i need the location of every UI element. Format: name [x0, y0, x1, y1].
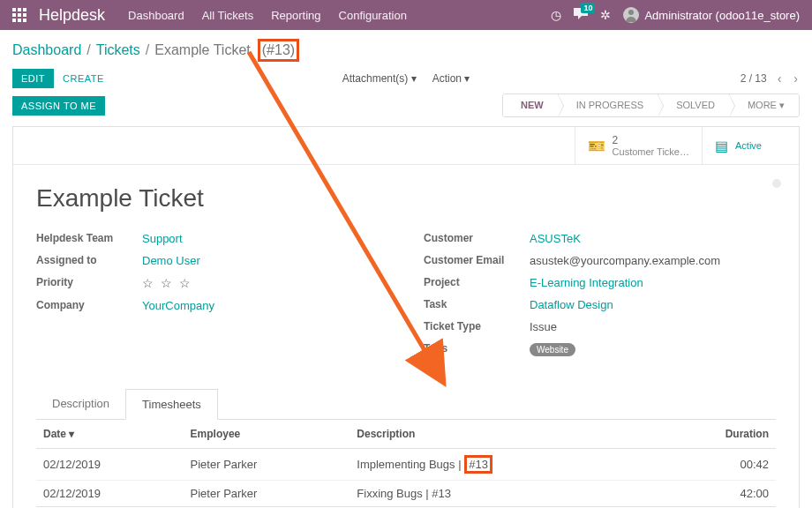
clock-icon[interactable]: ◷: [551, 8, 561, 22]
statusbar: NEW IN PROGRESS SOLVED MORE ▾: [502, 93, 800, 117]
page-title: Example Ticket: [36, 184, 776, 213]
customer-tickets-label: Customer Ticke…: [613, 146, 689, 157]
create-button[interactable]: CREATE: [54, 69, 113, 88]
cell-description: Implementing Bugs | #13: [350, 449, 657, 481]
bc-current: Example Ticket: [154, 42, 250, 58]
brand: Helpdesk: [39, 6, 105, 25]
value-customer-email: asustek@yourcompany.example.com: [530, 254, 720, 267]
kanban-state-dot[interactable]: [772, 179, 781, 188]
status-more[interactable]: MORE ▾: [730, 94, 799, 116]
tab-timesheets[interactable]: Timesheets: [125, 389, 218, 420]
value-project[interactable]: E-Learning Integration: [530, 276, 643, 289]
pager-text: 2 / 13: [741, 72, 767, 85]
action-menu[interactable]: Action ▾: [432, 72, 470, 85]
assign-to-me-button[interactable]: ASSIGN TO ME: [12, 96, 105, 116]
cell-date: 02/12/2019: [36, 481, 184, 507]
nav-all-tickets[interactable]: All Tickets: [202, 9, 254, 22]
bc-dashboard[interactable]: Dashboard: [12, 42, 81, 58]
table-row[interactable]: 02/12/2019 Pieter Parker Fixxing Bugs | …: [36, 481, 776, 507]
apps-icon[interactable]: [12, 8, 26, 22]
tabs: Description Timesheets: [36, 388, 776, 420]
right-column: Customer ASUSTeK Customer Email asustek@…: [424, 232, 776, 365]
value-ticket-type: Issue: [530, 320, 557, 333]
status-new[interactable]: NEW: [503, 94, 559, 116]
breadcrumb: Dashboard / Tickets / Example Ticket (#1…: [12, 39, 299, 62]
pager-next[interactable]: ›: [792, 71, 800, 86]
th-date[interactable]: Date ▾: [36, 420, 184, 449]
status-in-progress[interactable]: IN PROGRESS: [559, 94, 658, 116]
label-company: Company: [36, 299, 142, 312]
cell-duration: 42:00: [658, 481, 776, 507]
status-solved[interactable]: SOLVED: [658, 94, 730, 116]
cell-employee: Pieter Parker: [184, 449, 350, 481]
label-customer: Customer: [424, 232, 530, 245]
messaging-badge: 10: [581, 3, 595, 13]
label-project: Project: [424, 276, 530, 289]
cell-duration: 00:42: [658, 449, 776, 481]
left-column: Helpdesk Team Support Assigned to Demo U…: [36, 232, 388, 365]
customer-tickets-count: 2: [613, 134, 689, 146]
bc-id-highlight: (#13): [258, 39, 299, 62]
label-task: Task: [424, 298, 530, 311]
cell-description: Fixxing Bugs | #13: [350, 481, 657, 507]
label-helpdesk-team: Helpdesk Team: [36, 232, 142, 245]
th-duration[interactable]: Duration: [658, 420, 776, 449]
value-assigned-to[interactable]: Demo User: [142, 254, 200, 267]
row-id-highlight: #13: [464, 455, 492, 474]
attachments-menu[interactable]: Attachment(s) ▾: [342, 72, 417, 85]
pager: 2 / 13 ‹ ›: [741, 71, 800, 86]
customer-tickets-button[interactable]: 🎫 2 Customer Ticke…: [575, 127, 702, 164]
control-panel: Dashboard / Tickets / Example Ticket (#1…: [0, 30, 812, 93]
priority-stars[interactable]: ☆ ☆ ☆: [142, 276, 192, 290]
top-nav: Helpdesk Dashboard All Tickets Reporting…: [0, 0, 812, 30]
nav-links: Dashboard All Tickets Reporting Configur…: [128, 9, 551, 22]
label-ticket-type: Ticket Type: [424, 320, 530, 333]
nav-right: ◷ 10 ✲ Administrator (odoo11e_store): [551, 7, 800, 23]
status-row: ASSIGN TO ME NEW IN PROGRESS SOLVED MORE…: [0, 93, 812, 126]
value-helpdesk-team[interactable]: Support: [142, 232, 183, 245]
tab-description[interactable]: Description: [36, 389, 125, 420]
value-task[interactable]: Dataflow Design: [530, 298, 613, 311]
timesheets-table: Date ▾ Employee Description Duration 02/…: [36, 420, 776, 508]
ticket-icon: 🎫: [588, 138, 605, 154]
button-box: 🎫 2 Customer Ticke… ▤ Active: [13, 127, 799, 165]
label-tags: Tags: [424, 342, 530, 356]
form-sheet: 🎫 2 Customer Ticke… ▤ Active Example Tic…: [12, 126, 800, 508]
svg-point-0: [628, 10, 634, 15]
label-priority: Priority: [36, 276, 142, 290]
th-employee[interactable]: Employee: [184, 420, 350, 449]
edit-button[interactable]: EDIT: [12, 69, 54, 88]
debug-icon[interactable]: ✲: [600, 8, 611, 22]
cell-date: 02/12/2019: [36, 449, 184, 481]
nav-configuration[interactable]: Configuration: [339, 9, 407, 22]
user-label: Administrator (odoo11e_store): [644, 9, 800, 22]
th-description[interactable]: Description: [350, 420, 657, 449]
value-customer[interactable]: ASUSTeK: [530, 232, 581, 245]
active-label: Active: [735, 140, 762, 151]
nav-reporting[interactable]: Reporting: [271, 9, 320, 22]
table-row[interactable]: 02/12/2019 Pieter Parker Implementing Bu…: [36, 449, 776, 481]
archive-icon: ▤: [715, 138, 728, 154]
value-company[interactable]: YourCompany: [142, 299, 214, 312]
avatar: [623, 7, 639, 23]
nav-dashboard[interactable]: Dashboard: [128, 9, 184, 22]
label-customer-email: Customer Email: [424, 254, 530, 267]
label-assigned-to: Assigned to: [36, 254, 142, 267]
tag-website[interactable]: Website: [530, 343, 575, 356]
cell-employee: Pieter Parker: [184, 481, 350, 507]
messaging-icon[interactable]: 10: [574, 8, 588, 23]
pager-prev[interactable]: ‹: [776, 71, 784, 86]
user-menu[interactable]: Administrator (odoo11e_store): [623, 7, 800, 23]
active-toggle[interactable]: ▤ Active: [702, 127, 799, 164]
bc-tickets[interactable]: Tickets: [96, 42, 140, 58]
